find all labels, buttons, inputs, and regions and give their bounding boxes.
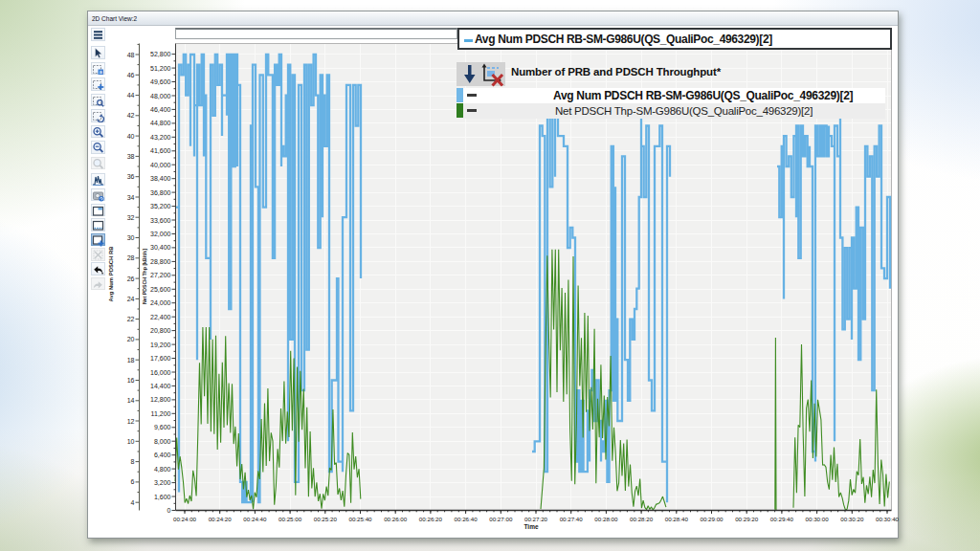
svg-text:12: 12 bbox=[127, 418, 135, 425]
svg-text:34: 34 bbox=[127, 194, 135, 201]
svg-text:00:29:40: 00:29:40 bbox=[770, 516, 794, 522]
svg-text:36: 36 bbox=[127, 173, 135, 180]
svg-text:35,200: 35,200 bbox=[150, 203, 171, 209]
svg-text:32: 32 bbox=[127, 214, 135, 221]
svg-text:46: 46 bbox=[127, 72, 135, 78]
svg-text:3,200: 3,200 bbox=[154, 479, 171, 486]
svg-text:46,400: 46,400 bbox=[150, 106, 171, 113]
svg-text:00:28:40: 00:28:40 bbox=[665, 516, 689, 522]
svg-text:52,800: 52,800 bbox=[150, 51, 171, 57]
svg-text:4,800: 4,800 bbox=[154, 466, 171, 473]
svg-text:0: 0 bbox=[167, 507, 171, 514]
svg-text:Avg Num PDSCH RB: Avg Num PDSCH RB bbox=[108, 246, 114, 301]
svg-text:32,000: 32,000 bbox=[150, 231, 171, 237]
svg-text:14: 14 bbox=[127, 397, 135, 404]
svg-text:43,200: 43,200 bbox=[150, 134, 171, 141]
svg-text:11,200: 11,200 bbox=[151, 410, 171, 417]
svg-text:30: 30 bbox=[127, 234, 135, 241]
svg-text:00:26:40: 00:26:40 bbox=[455, 516, 479, 522]
svg-text:24,000: 24,000 bbox=[150, 299, 171, 306]
svg-text:40: 40 bbox=[127, 133, 135, 140]
svg-text:00:26:00: 00:26:00 bbox=[384, 516, 408, 522]
svg-text:19,200: 19,200 bbox=[150, 342, 171, 348]
svg-text:8: 8 bbox=[131, 458, 135, 465]
svg-text:00:30:20: 00:30:20 bbox=[840, 516, 864, 522]
svg-text:20: 20 bbox=[127, 336, 135, 342]
svg-text:22: 22 bbox=[127, 316, 135, 322]
svg-text:48,000: 48,000 bbox=[150, 93, 171, 99]
svg-text:24: 24 bbox=[127, 296, 135, 302]
svg-text:44: 44 bbox=[127, 92, 135, 99]
svg-text:14,400: 14,400 bbox=[150, 383, 171, 389]
svg-text:16,000: 16,000 bbox=[150, 369, 171, 376]
svg-text:00:29:00: 00:29:00 bbox=[700, 516, 724, 522]
svg-text:4: 4 bbox=[131, 499, 135, 506]
svg-text:Time: Time bbox=[523, 523, 538, 530]
svg-text:00:28:20: 00:28:20 bbox=[630, 516, 654, 522]
svg-text:28,800: 28,800 bbox=[150, 258, 171, 265]
svg-text:36,800: 36,800 bbox=[150, 189, 171, 196]
svg-text:17,600: 17,600 bbox=[150, 355, 171, 362]
svg-text:20,800: 20,800 bbox=[150, 327, 171, 334]
svg-text:41,600: 41,600 bbox=[150, 147, 171, 154]
svg-text:00:29:20: 00:29:20 bbox=[735, 516, 759, 522]
svg-text:44,800: 44,800 bbox=[150, 120, 171, 126]
svg-text:48: 48 bbox=[127, 52, 135, 58]
svg-text:42: 42 bbox=[127, 112, 135, 119]
svg-text:9,600: 9,600 bbox=[154, 424, 171, 430]
svg-text:16: 16 bbox=[127, 377, 135, 384]
svg-text:00:24:20: 00:24:20 bbox=[209, 516, 233, 522]
svg-text:10: 10 bbox=[127, 438, 135, 445]
svg-text:1,600: 1,600 bbox=[154, 494, 171, 500]
svg-text:00:24:00: 00:24:00 bbox=[173, 516, 197, 522]
svg-text:00:24:40: 00:24:40 bbox=[243, 516, 267, 522]
svg-text:00:26:20: 00:26:20 bbox=[419, 516, 443, 522]
svg-text:00:30:40: 00:30:40 bbox=[876, 516, 900, 522]
svg-text:00:30:00: 00:30:00 bbox=[806, 516, 830, 522]
svg-text:49,600: 49,600 bbox=[150, 78, 171, 85]
svg-text:6: 6 bbox=[131, 478, 135, 485]
svg-text:00:28:00: 00:28:00 bbox=[594, 516, 618, 522]
svg-text:30,400: 30,400 bbox=[150, 244, 171, 251]
svg-text:00:27:40: 00:27:40 bbox=[560, 516, 584, 522]
svg-text:27,200: 27,200 bbox=[150, 272, 171, 278]
svg-text:6,400: 6,400 bbox=[154, 452, 171, 458]
svg-text:33,600: 33,600 bbox=[150, 217, 171, 224]
svg-text:22,400: 22,400 bbox=[150, 314, 171, 320]
svg-text:28: 28 bbox=[127, 254, 135, 261]
svg-text:18: 18 bbox=[127, 357, 135, 364]
svg-text:00:25:20: 00:25:20 bbox=[314, 516, 338, 522]
svg-text:25,600: 25,600 bbox=[150, 286, 171, 293]
svg-text:00:27:20: 00:27:20 bbox=[524, 516, 548, 522]
svg-text:38,400: 38,400 bbox=[150, 175, 171, 182]
svg-text:Net PDSCH Thp [kBit/s]: Net PDSCH Thp [kBit/s] bbox=[142, 249, 147, 304]
svg-text:51,200: 51,200 bbox=[150, 65, 171, 72]
svg-text:00:25:00: 00:25:00 bbox=[278, 516, 302, 522]
svg-text:38: 38 bbox=[127, 153, 135, 160]
svg-text:00:27:00: 00:27:00 bbox=[489, 516, 513, 522]
svg-text:00:25:40: 00:25:40 bbox=[348, 516, 372, 522]
svg-text:8,000: 8,000 bbox=[154, 438, 171, 445]
svg-text:26: 26 bbox=[127, 276, 135, 282]
svg-text:40,000: 40,000 bbox=[150, 162, 171, 168]
svg-text:12,800: 12,800 bbox=[150, 396, 171, 403]
